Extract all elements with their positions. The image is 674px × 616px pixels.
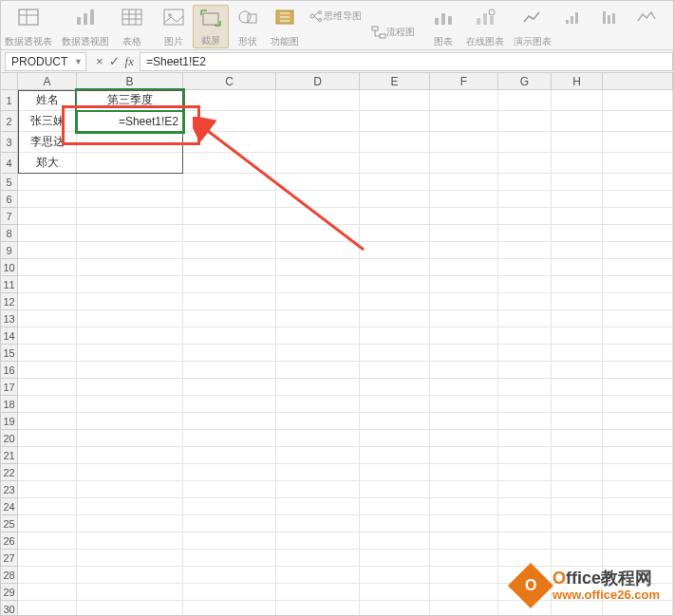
cell-E15[interactable] [360, 345, 430, 362]
cell-C15[interactable] [183, 345, 276, 362]
cell-F27[interactable] [430, 550, 498, 567]
ribbon-mindmap[interactable]: 思维导图 [305, 7, 365, 26]
cell-H16[interactable] [552, 362, 603, 379]
cell-F29[interactable] [430, 584, 498, 601]
cell-F16[interactable] [430, 362, 498, 379]
cell-F25[interactable] [430, 515, 498, 532]
row-header-21[interactable]: 21 [1, 447, 18, 464]
cell-G27[interactable] [498, 550, 552, 567]
cell-H8[interactable] [552, 225, 603, 242]
cell-G9[interactable] [498, 242, 552, 259]
cell-empty[interactable] [603, 481, 673, 498]
cell-H11[interactable] [552, 276, 603, 293]
row-header-1[interactable]: 1 [1, 90, 18, 111]
cell-C17[interactable] [183, 379, 276, 396]
cell-E25[interactable] [360, 515, 430, 532]
cell-D3[interactable] [276, 132, 360, 153]
cell-C22[interactable] [183, 464, 276, 481]
row-header-6[interactable]: 6 [1, 191, 18, 208]
cell-E17[interactable] [360, 379, 430, 396]
cell-A28[interactable] [18, 567, 77, 584]
cell-E20[interactable] [360, 430, 430, 447]
cell-B15[interactable] [77, 345, 183, 362]
cell-empty[interactable] [603, 310, 673, 327]
cell-H17[interactable] [552, 379, 603, 396]
column-header-D[interactable]: D [276, 73, 360, 90]
cell-C29[interactable] [183, 584, 276, 601]
cell-D21[interactable] [276, 447, 360, 464]
cell-B10[interactable] [77, 259, 183, 276]
cell-F14[interactable] [430, 327, 498, 345]
cell-A5[interactable] [18, 174, 77, 191]
cell-E1[interactable] [360, 90, 430, 111]
cell-E2[interactable] [360, 111, 430, 132]
cell-A10[interactable] [18, 259, 77, 276]
cell-E29[interactable] [360, 584, 430, 601]
column-header-H[interactable]: H [552, 73, 603, 90]
cell-G16[interactable] [498, 362, 552, 379]
column-header-F[interactable]: F [430, 73, 498, 90]
cell-empty[interactable] [603, 550, 673, 567]
cell-C3[interactable] [183, 132, 276, 153]
cell-A22[interactable] [18, 464, 77, 481]
cell-E26[interactable] [360, 532, 430, 550]
cell-G7[interactable] [498, 208, 552, 225]
cell-H14[interactable] [552, 327, 603, 345]
cell-B1[interactable]: 第三季度 [77, 90, 183, 111]
cell-G26[interactable] [498, 532, 552, 550]
cell-empty[interactable] [603, 293, 673, 310]
cell-C27[interactable] [183, 550, 276, 567]
ribbon-shapes[interactable]: 形状 [231, 5, 265, 48]
cell-G13[interactable] [498, 310, 552, 327]
cell-B7[interactable] [77, 208, 183, 225]
cell-A24[interactable] [18, 498, 77, 515]
cell-B19[interactable] [77, 413, 183, 430]
cell-H24[interactable] [552, 498, 603, 515]
cell-H9[interactable] [552, 242, 603, 259]
cell-E27[interactable] [360, 550, 430, 567]
cell-B6[interactable] [77, 191, 183, 208]
cell-G23[interactable] [498, 481, 552, 498]
cell-B24[interactable] [77, 498, 183, 515]
cell-G17[interactable] [498, 379, 552, 396]
cell-A4[interactable]: 郑大 [18, 153, 77, 174]
cell-G4[interactable] [498, 153, 552, 174]
cell-G1[interactable] [498, 90, 552, 111]
cell-B12[interactable] [77, 293, 183, 310]
cell-F28[interactable] [430, 567, 498, 584]
cell-F11[interactable] [430, 276, 498, 293]
cell-C6[interactable] [183, 191, 276, 208]
cell-A18[interactable] [18, 396, 77, 413]
row-header-22[interactable]: 22 [1, 464, 18, 481]
cell-E3[interactable] [360, 132, 430, 153]
cell-E7[interactable] [360, 208, 430, 225]
cell-F23[interactable] [430, 481, 498, 498]
cell-empty[interactable] [603, 601, 673, 616]
cell-B29[interactable] [77, 584, 183, 601]
cell-empty[interactable] [603, 111, 673, 132]
cell-F12[interactable] [430, 293, 498, 310]
row-header-7[interactable]: 7 [1, 208, 18, 225]
cell-empty[interactable] [603, 430, 673, 447]
cell-B28[interactable] [77, 567, 183, 584]
row-header-13[interactable]: 13 [1, 310, 18, 327]
ribbon-pivot-chart[interactable]: 数据透视图 [58, 5, 113, 48]
cell-C14[interactable] [183, 327, 276, 345]
row-header-17[interactable]: 17 [1, 379, 18, 396]
cell-A13[interactable] [18, 310, 77, 327]
cell-F15[interactable] [430, 345, 498, 362]
name-box-dropdown-icon[interactable]: ▼ [74, 57, 83, 66]
cell-D16[interactable] [276, 362, 360, 379]
cell-B8[interactable] [77, 225, 183, 242]
cell-H5[interactable] [552, 174, 603, 191]
cell-G22[interactable] [498, 464, 552, 481]
cell-D23[interactable] [276, 481, 360, 498]
cell-H13[interactable] [552, 310, 603, 327]
cell-E5[interactable] [360, 174, 430, 191]
cell-E19[interactable] [360, 413, 430, 430]
ribbon-picture[interactable]: 图片 [157, 5, 191, 48]
cell-empty[interactable] [603, 447, 673, 464]
cell-H6[interactable] [552, 191, 603, 208]
cell-H3[interactable] [552, 132, 603, 153]
cell-C19[interactable] [183, 413, 276, 430]
